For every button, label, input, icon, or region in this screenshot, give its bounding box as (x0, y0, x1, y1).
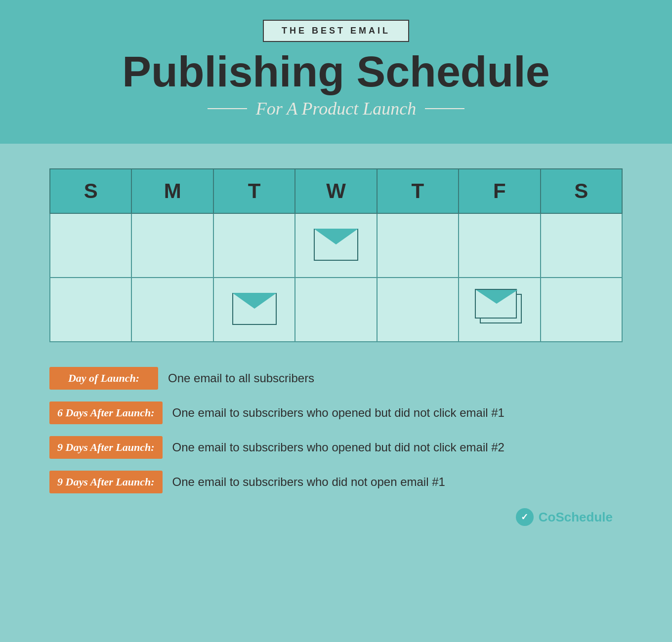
envelope-flap (314, 229, 358, 244)
calendar-row-2 (50, 278, 622, 342)
subtitle-row: For A Product Launch (0, 98, 672, 119)
cell-r1-mon (131, 213, 213, 278)
cell-r2-tue (213, 278, 295, 342)
day-header-tue: T (213, 169, 295, 213)
day-header-thu: T (377, 169, 459, 213)
legend-item-1: Day of Launch: One email to all subscrib… (49, 367, 623, 390)
legend-text-4: One email to subscribers who did not ope… (172, 475, 445, 489)
cell-r2-fri (459, 278, 540, 342)
envelope-tue (232, 293, 277, 325)
day-header-wed: W (295, 169, 377, 213)
cell-r1-sat (541, 213, 622, 278)
header-badge: THE BEST EMAIL (263, 20, 409, 42)
cell-r2-thu (377, 278, 459, 342)
cell-r1-thu (377, 213, 459, 278)
header-line-left (208, 108, 247, 109)
day-header-fri: F (459, 169, 540, 213)
envelope-front-flap (476, 290, 518, 304)
legend-text-1: One email to all subscribers (168, 371, 314, 385)
header-section: THE BEST EMAIL Publishing Schedule For A… (0, 0, 672, 144)
legend-badge-4: 9 Days After Launch: (49, 471, 163, 493)
branding: ✓ CoSchedule (49, 508, 623, 526)
legend-item-4: 9 Days After Launch: One email to subscr… (49, 471, 623, 493)
envelope-wed (314, 229, 358, 261)
legend: Day of Launch: One email to all subscrib… (49, 367, 623, 493)
calendar-row-1 (50, 213, 622, 278)
envelope-front (475, 289, 517, 319)
legend-item-3: 9 Days After Launch: One email to subscr… (49, 436, 623, 459)
cell-r2-mon (131, 278, 213, 342)
legend-text-3: One email to subscribers who opened but … (172, 441, 504, 454)
calendar-table: S M T W T F S (49, 168, 623, 342)
legend-item-2: 6 Days After Launch: One email to subscr… (49, 401, 623, 424)
cell-r2-wed (295, 278, 377, 342)
day-header-sat: S (541, 169, 622, 213)
header-title: Publishing Schedule (0, 50, 672, 93)
cell-r2-sat (541, 278, 622, 342)
legend-badge-1: Day of Launch: (49, 367, 158, 390)
header-subtitle: For A Product Launch (256, 98, 416, 119)
calendar-header-row: S M T W T F S (50, 169, 622, 213)
envelope-double-fri (475, 289, 524, 328)
header-line-right (425, 108, 464, 109)
main-content: S M T W T F S (0, 144, 672, 546)
cell-r1-wed (295, 213, 377, 278)
cell-r2-sun (50, 278, 131, 342)
envelope-flap-tue (232, 293, 277, 309)
legend-badge-3: 9 Days After Launch: (49, 436, 163, 459)
cell-r1-sun (50, 213, 131, 278)
brand-name: CoSchedule (539, 510, 613, 525)
legend-text-2: One email to subscribers who opened but … (172, 406, 504, 420)
cell-r1-tue (213, 213, 295, 278)
legend-badge-2: 6 Days After Launch: (49, 401, 163, 424)
day-header-mon: M (131, 169, 213, 213)
coschedule-check-icon: ✓ (516, 508, 534, 526)
cell-r1-fri (459, 213, 540, 278)
day-header-sun: S (50, 169, 131, 213)
